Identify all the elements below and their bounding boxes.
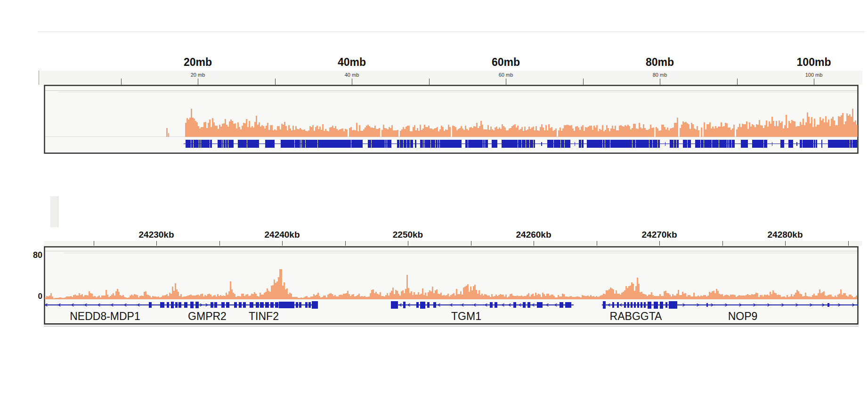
region-ruler[interactable] — [44, 241, 862, 246]
ruler-label-24230kb: 24230kb — [138, 230, 174, 240]
y-axis-zero-label: 0 — [26, 292, 42, 301]
ruler-label-100mb: 100mb — [797, 56, 831, 69]
gene-label-RABGGTA: RABGGTA — [610, 310, 662, 322]
ruler-tick-24275kb — [722, 241, 723, 246]
gene-label-NOP9: NOP9 — [728, 310, 758, 322]
ruler-small-label-60: 60 mb — [499, 72, 513, 78]
gene-label-NEDD8-MDP1: NEDD8-MDP1 — [70, 310, 140, 322]
ruler-label-24240kb: 24240kb — [264, 230, 300, 240]
ruler-tick-20mb — [198, 79, 198, 85]
top-separator-line — [38, 32, 865, 32]
panel-bottom-shadow — [44, 326, 859, 327]
ruler-tick-24260kb — [534, 241, 534, 246]
ruler-label-20mb: 20mb — [184, 56, 212, 69]
ruler-tick-30mb — [275, 79, 276, 85]
ruler-tick-24250kb — [408, 241, 408, 246]
ruler-small-label-80: 80 mb — [653, 72, 667, 78]
ruler-tick-100mb — [814, 79, 814, 85]
ruler-label-60mb: 60mb — [492, 56, 520, 69]
chromosome-ruler[interactable] — [39, 71, 862, 85]
region-detail-panel[interactable]: NEDD8-MDP1GMPR2TINF2TGM1RABGGTANOP9 — [44, 246, 859, 325]
ruler-tick-24225kb — [94, 241, 94, 246]
chromosome-overview-panel[interactable] — [44, 85, 859, 154]
gene-label-TINF2: TINF2 — [249, 310, 279, 322]
ruler-tick-24270kb — [659, 241, 660, 246]
ruler-label-80mb: 80mb — [646, 56, 674, 69]
ruler-tick-24230kb — [156, 241, 157, 246]
ruler-label-2250kb: 2250kb — [393, 230, 423, 240]
gene-label-GMPR2: GMPR2 — [188, 310, 227, 322]
ruler-small-label-100: 100 mb — [805, 72, 823, 78]
genome-browser: 20mb40mb60mb80mb100mb 20 mb40 mb60 mb80 … — [0, 0, 868, 400]
ruler-tick-70mb — [583, 79, 584, 85]
ruler-tick-24245kb — [345, 241, 346, 246]
ruler-tick-24235kb — [219, 241, 220, 246]
ruler-tick-60mb — [506, 79, 506, 85]
ruler-tick-24285kb — [848, 241, 849, 246]
ruler-tick-24240kb — [282, 241, 283, 246]
y-axis-max-label: 80 — [26, 250, 42, 260]
ruler-tick-90mb — [737, 79, 738, 85]
ruler-tick-40mb — [352, 79, 352, 85]
ruler-label-24280kb: 24280kb — [767, 230, 803, 240]
ruler-tick-10mb — [121, 79, 122, 85]
ruler-small-label-20: 20 mb — [191, 72, 205, 78]
scrollbar-remnant — [50, 196, 58, 227]
ruler-tick-24280kb — [785, 241, 786, 246]
ruler-label-24260kb: 24260kb — [516, 230, 551, 240]
ruler-tick-24265kb — [597, 241, 597, 246]
ruler-label-40mb: 40mb — [338, 56, 366, 69]
ruler-label-24270kb: 24270kb — [641, 230, 677, 240]
ruler-small-label-40: 40 mb — [345, 72, 359, 78]
gene-label-TGM1: TGM1 — [451, 310, 481, 322]
ruler-tick-24255kb — [471, 241, 471, 246]
ruler-tick-80mb — [660, 79, 660, 85]
ruler-tick-50mb — [429, 79, 430, 85]
